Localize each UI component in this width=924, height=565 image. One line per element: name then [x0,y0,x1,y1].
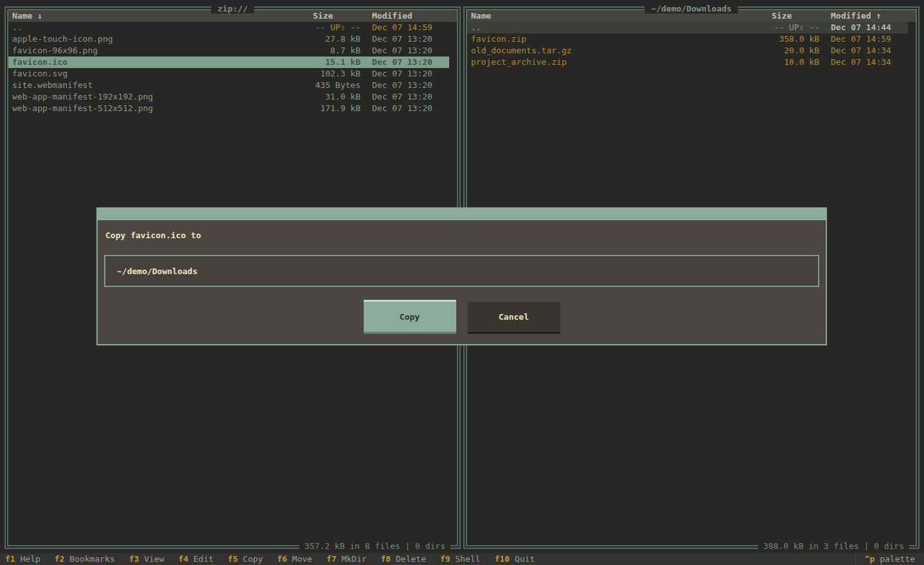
column-header-name[interactable]: Name ↓ [12,10,301,22]
function-key-items: f1 Help f2 Bookmarks f3 View f4 Edit f5 … [5,553,549,565]
right-pane-title: ~/demo/Downloads [644,4,738,13]
file-row[interactable]: old_documents.tar.gz 20.0 kB Dec 07 14:3… [467,45,908,56]
file-size: 31.0 kB [301,91,360,103]
file-row[interactable]: web-app-manifest-192x192.png 31.0 kB Dec… [8,91,449,103]
function-key-label: Edit [193,554,213,564]
file-name: site.webmanifest [12,80,301,91]
column-header-modified[interactable]: Modified ↑ [831,10,903,22]
function-key: f4 [179,554,189,564]
command-palette-item[interactable]: ^p palette [855,553,924,565]
function-key-item[interactable]: f2 Bookmarks [55,553,115,565]
file-name: old_documents.tar.gz [471,45,760,56]
file-row[interactable]: site.webmanifest 435 Bytes Dec 07 13:20 [8,80,449,91]
function-key-label: Shell [455,554,480,564]
function-key-item[interactable]: f8 Delete [381,553,426,565]
file-row[interactable]: project_archive.zip 10.0 kB Dec 07 14:34 [467,56,908,68]
file-row[interactable]: favicon.ico 15.1 kB Dec 07 13:20 [8,56,449,68]
column-header-modified[interactable]: Modified [372,10,444,22]
file-modified: Dec 07 14:34 [831,45,903,56]
file-size: 102.3 kB [301,68,360,80]
copy-button[interactable]: Copy [364,300,456,334]
function-key-label: Move [292,554,312,564]
function-key-item[interactable]: f6 Move [277,553,312,565]
copy-dialog: Copy favicon.ico to Copy Cancel [96,207,827,345]
file-size: 27.8 kB [301,33,360,45]
file-size: 15.1 kB [301,56,360,68]
file-name: favicon.svg [12,68,301,80]
file-size: -- UP⇧ -- [760,22,819,33]
palette-key: ^p [865,554,875,564]
function-key-item[interactable]: f1 Help [5,553,40,565]
function-key: f9 [440,554,450,564]
function-key: f3 [129,554,139,564]
function-key-item[interactable]: f10 Quit [495,553,535,565]
left-pane-status: 357.2 kB in 8 files | 0 dirs [299,541,450,551]
file-row[interactable]: favicon-96x96.png 8.7 kB Dec 07 13:20 [8,45,449,56]
file-name: .. [471,22,760,33]
file-manager-screen: zip:// Name ↓ Size Modified .. -- UP⇧ --… [0,0,924,565]
left-pane-title: zip:// [211,4,254,13]
function-key-label: Copy [243,554,263,564]
file-modified: Dec 07 14:34 [831,56,903,68]
file-name: apple-touch-icon.png [12,33,301,45]
file-size: 10.0 kB [760,56,819,68]
function-key-item[interactable]: f9 Shell [440,553,481,565]
file-name: web-app-manifest-192x192.png [12,91,301,103]
file-modified: Dec 07 13:20 [372,33,444,45]
function-key: f7 [326,554,337,564]
file-row[interactable]: .. -- UP⇧ -- Dec 07 14:59 [8,22,449,33]
function-key-item[interactable]: f7 MkDir [326,553,367,565]
right-pane-file-list: .. -- UP⇧ -- Dec 07 14:44 favicon.zip 35… [467,22,916,68]
file-size: 435 Bytes [301,80,360,91]
function-key-label: Quit [515,554,535,564]
column-header-size[interactable]: Size [301,10,360,22]
file-row[interactable]: favicon.svg 102.3 kB Dec 07 13:20 [8,68,449,80]
file-name: project_archive.zip [471,56,760,68]
file-modified: Dec 07 13:20 [372,45,444,56]
destination-path-input[interactable] [104,255,819,287]
copy-dialog-titlebar [96,207,827,219]
right-pane-status: 388.0 kB in 3 files | 0 dirs [758,541,909,551]
function-key-item[interactable]: f4 Edit [179,553,214,565]
file-size: 8.7 kB [301,45,360,56]
file-name: favicon.ico [12,56,301,68]
function-key-label: Bookmarks [69,554,114,564]
function-bar-spacer [549,553,855,565]
column-header-size[interactable]: Size [760,10,819,22]
file-row[interactable]: web-app-manifest-512x512.png 171.9 kB De… [8,103,449,114]
file-modified: Dec 07 13:20 [372,91,444,103]
file-modified: Dec 07 13:20 [372,80,444,91]
function-key-bar: f1 Help f2 Bookmarks f3 View f4 Edit f5 … [0,553,924,565]
left-pane-file-list: .. -- UP⇧ -- Dec 07 14:59 apple-touch-ic… [8,22,457,114]
file-row[interactable]: apple-touch-icon.png 27.8 kB Dec 07 13:2… [8,33,449,45]
file-name: favicon-96x96.png [12,45,301,56]
copy-dialog-body: Copy favicon.ico to Copy Cancel [96,219,827,345]
palette-label: palette [880,554,915,564]
file-size: 171.9 kB [301,103,360,114]
file-row[interactable]: favicon.zip 358.0 kB Dec 07 14:59 [467,33,908,45]
function-key-label: Help [20,554,40,564]
file-size: 20.0 kB [760,45,819,56]
function-key: f6 [277,554,287,564]
function-key-item[interactable]: f3 View [129,553,164,565]
file-name: .. [12,22,301,33]
function-key-label: MkDir [341,554,366,564]
file-name: favicon.zip [471,33,760,45]
function-key: f10 [495,554,510,564]
cancel-button[interactable]: Cancel [468,300,560,334]
function-key: f8 [381,554,391,564]
file-row[interactable]: .. -- UP⇧ -- Dec 07 14:44 [467,22,908,33]
function-key: f5 [227,554,238,564]
file-modified: Dec 07 13:20 [372,68,444,80]
copy-dialog-buttons: Copy Cancel [104,300,819,334]
file-name: web-app-manifest-512x512.png [12,103,301,114]
file-size: 358.0 kB [760,33,819,45]
file-modified: Dec 07 14:44 [831,22,903,33]
function-key-label: View [144,554,164,564]
copy-dialog-label: Copy favicon.ico to [105,230,819,241]
function-key: f2 [55,554,65,564]
file-modified: Dec 07 14:59 [831,33,903,45]
file-size: -- UP⇧ -- [301,22,360,33]
function-key-item[interactable]: f5 Copy [227,553,263,565]
file-modified: Dec 07 14:59 [372,22,444,33]
